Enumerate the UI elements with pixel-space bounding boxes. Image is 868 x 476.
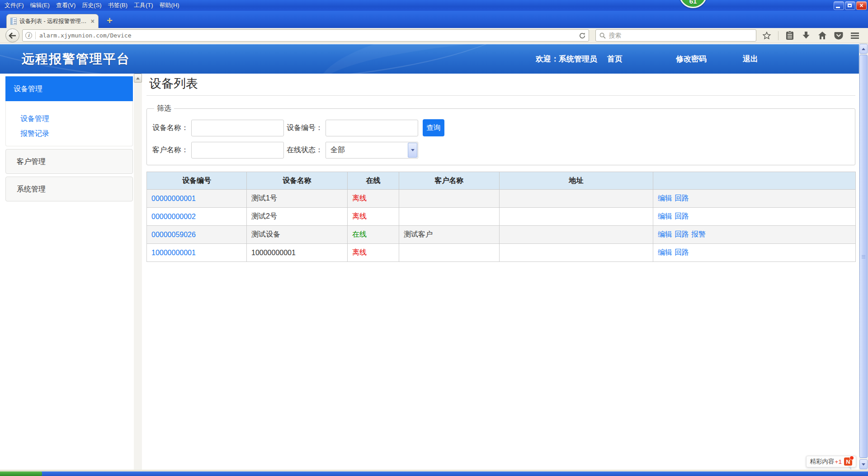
table-row: 00000059026测试设备在线测试客户编辑回路报警 — [147, 226, 856, 244]
news-app-icon[interactable]: N — [844, 457, 852, 466]
site-info-icon[interactable]: i — [25, 32, 32, 39]
sidebar: 设备管理 设备管理 报警记录 客户管理 系统管理 — [0, 74, 134, 470]
device-id-link[interactable]: 00000000001 — [151, 195, 196, 202]
menu-help[interactable]: 帮助(H) — [160, 1, 179, 9]
device-id-link[interactable]: 00000059026 — [151, 231, 196, 238]
reload-button[interactable] — [579, 32, 586, 39]
edit-link[interactable]: 编辑 — [658, 212, 672, 220]
tab-strip: 设备列表 - 远程报警管理… × + — [0, 11, 868, 28]
pocket-button[interactable] — [834, 30, 844, 41]
device-name-cell: 测试2号 — [247, 208, 348, 226]
menu-history[interactable]: 历史(S) — [82, 1, 101, 9]
circuit-link[interactable]: 回路 — [675, 194, 689, 202]
hamburger-icon — [850, 32, 859, 39]
minimize-button[interactable] — [834, 1, 844, 10]
header-online: 在线 — [348, 172, 399, 190]
main-content: 设备列表 筛选 设备名称： 设备编号： 查询 客户名称： 在线状态： 全部 — [146, 74, 855, 470]
sidebar-group-system-management[interactable]: 系统管理 — [5, 177, 133, 201]
bookmarks-menu-button[interactable] — [785, 30, 795, 41]
online-status-select[interactable]: 全部 — [326, 142, 418, 159]
nav-logout-link[interactable]: 退出 — [743, 54, 758, 64]
edit-link[interactable]: 编辑 — [658, 230, 672, 238]
sidebar-submenu: 设备管理 报警记录 — [5, 101, 133, 146]
restore-button[interactable] — [845, 1, 855, 10]
address-cell — [500, 244, 653, 262]
hamburger-menu-button[interactable] — [850, 30, 860, 41]
sidebar-item-device-management[interactable]: 设备管理 — [6, 111, 132, 126]
header-customer: 客户名称 — [399, 172, 500, 190]
actions-cell: 编辑回路报警 — [653, 226, 856, 244]
menu-view[interactable]: 查看(V) — [56, 1, 75, 9]
edit-link[interactable]: 编辑 — [658, 248, 672, 256]
device-id-input[interactable] — [326, 120, 418, 136]
header-device-name: 设备名称 — [247, 172, 348, 190]
menu-edit[interactable]: 编辑(E) — [30, 1, 50, 9]
device-name-label: 设备名称： — [152, 123, 191, 133]
back-button[interactable] — [5, 28, 19, 42]
nav-change-password-link[interactable]: 修改密码 — [676, 54, 707, 64]
search-bar[interactable]: 搜索 — [595, 29, 756, 42]
status-text: 离线 — [352, 194, 367, 202]
circuit-link[interactable]: 回路 — [675, 230, 689, 238]
circuit-link[interactable]: 回路 — [675, 212, 689, 220]
bookmark-star-button[interactable] — [762, 30, 772, 41]
tab-close-icon[interactable]: × — [91, 18, 94, 24]
table-row: 1000000000110000000001离线编辑回路 — [147, 244, 856, 262]
query-button[interactable]: 查询 — [423, 119, 444, 136]
start-button[interactable] — [0, 471, 42, 476]
menu-bookmarks[interactable]: 书签(B) — [108, 1, 127, 9]
online-status-cell: 离线 — [348, 208, 399, 226]
status-text: 离线 — [352, 212, 367, 220]
table-row: 00000000001测试1号离线编辑回路 — [147, 190, 856, 208]
select-dropdown-button[interactable] — [408, 143, 417, 158]
device-id-label: 设备编号： — [287, 123, 326, 133]
scrollbar-down-button[interactable] — [859, 459, 868, 469]
back-arrow-icon — [9, 33, 17, 39]
scrollbar-thumb[interactable] — [859, 55, 868, 458]
menu-tools[interactable]: 工具(T) — [134, 1, 153, 9]
online-status-value: 全部 — [326, 145, 408, 155]
filter-legend: 筛选 — [154, 104, 174, 113]
sidebar-item-alarm-records[interactable]: 报警记录 — [6, 126, 132, 141]
edit-link[interactable]: 编辑 — [658, 194, 672, 202]
browser-scrollbar[interactable] — [859, 43, 868, 470]
close-button[interactable]: × — [856, 1, 867, 10]
customer-name-cell: 测试客户 — [399, 226, 500, 244]
nav-home-link[interactable]: 首页 — [607, 54, 623, 64]
site-title: 远程报警管理平台 — [22, 51, 130, 68]
active-tab[interactable]: 设备列表 - 远程报警管理… × — [6, 14, 99, 28]
circuit-link[interactable]: 回路 — [675, 248, 689, 256]
sidebar-group-device-management[interactable]: 设备管理 — [5, 76, 133, 101]
device-name-input[interactable] — [191, 120, 284, 136]
scroll-up-button[interactable] — [134, 74, 142, 83]
home-button[interactable] — [817, 30, 827, 41]
customer-name-input[interactable] — [191, 142, 284, 159]
header-address: 地址 — [500, 172, 653, 190]
scrollbar-up-button[interactable] — [859, 44, 868, 54]
notification-count-badge: 61 — [679, 0, 707, 8]
alarm-link[interactable]: 报警 — [691, 230, 706, 238]
content-scrollbar[interactable] — [134, 74, 142, 470]
browser-menubar: 文件(F) 编辑(E) 查看(V) 历史(S) 书签(B) 工具(T) 帮助(H… — [0, 0, 868, 11]
close-icon: × — [857, 2, 866, 9]
url-text[interactable]: alarm.xjymunion.com/Device — [39, 32, 579, 39]
menu-file[interactable]: 文件(F) — [5, 1, 24, 9]
promo-popup[interactable]: 精彩内容 +1 N — [806, 456, 856, 467]
chevron-down-icon — [862, 463, 865, 466]
downloads-button[interactable] — [801, 30, 811, 41]
url-bar[interactable]: i alarm.xjymunion.com/Device — [22, 29, 589, 42]
page-favicon-icon — [10, 18, 17, 25]
filter-row-1: 设备名称： 设备编号： 查询 — [152, 119, 849, 136]
sidebar-group-customer-management[interactable]: 客户管理 — [5, 149, 133, 174]
reload-icon — [579, 32, 586, 39]
new-tab-button[interactable]: + — [107, 16, 113, 26]
search-icon — [599, 33, 606, 39]
page-viewport: 远程报警管理平台 欢迎：系统管理员 首页 修改密码 退出 设备管理 设备管理 报… — [0, 43, 868, 470]
download-icon — [802, 31, 810, 40]
device-id-link[interactable]: 00000000002 — [151, 213, 196, 220]
device-id-link[interactable]: 10000000001 — [151, 249, 196, 257]
device-table: 设备编号 设备名称 在线 客户名称 地址 00000000001测试1号离线编辑… — [146, 172, 856, 262]
address-cell — [500, 190, 653, 208]
table-row: 00000000002测试2号离线编辑回路 — [147, 208, 856, 226]
header-nav: 欢迎：系统管理员 首页 修改密码 退出 — [536, 44, 859, 74]
